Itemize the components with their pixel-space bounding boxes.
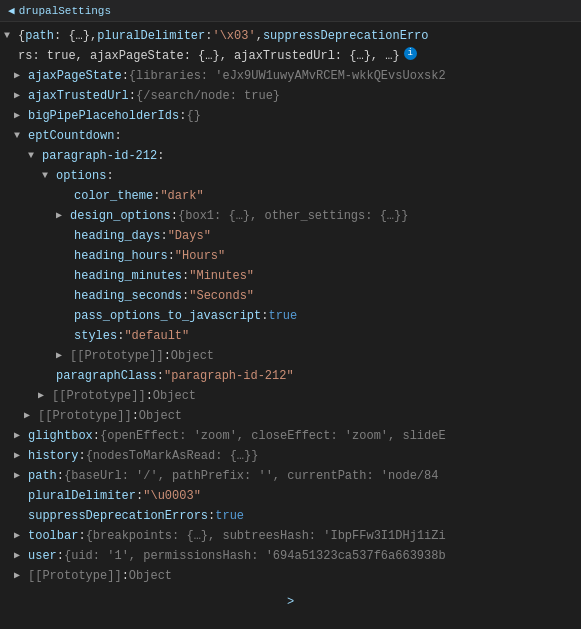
prototype-eptCountdown-arrow[interactable] <box>24 407 38 425</box>
options-arrow[interactable] <box>42 167 56 185</box>
tree-item-design-options[interactable]: design_options : {box1: {…}, other_setti… <box>0 206 581 226</box>
header-bar: ◀ drupalSettings <box>0 0 581 22</box>
eptCountdown-arrow[interactable] <box>14 127 28 145</box>
prototype-root-arrow[interactable] <box>14 567 28 585</box>
tree-item-toolbar[interactable]: toolbar : {breakpoints: {…}, subtreesHas… <box>0 526 581 546</box>
paragraph-arrow[interactable] <box>28 147 42 165</box>
root-arrow[interactable] <box>4 27 18 45</box>
prototype-paragraph-arrow[interactable] <box>38 387 52 405</box>
tree-item-prototype-paragraph[interactable]: [[Prototype]] : Object <box>0 386 581 406</box>
user-arrow[interactable] <box>14 547 28 565</box>
prototype-options-arrow[interactable] <box>56 347 70 365</box>
tree-item-prototype-options[interactable]: [[Prototype]] : Object <box>0 346 581 366</box>
tree-item-path[interactable]: path : {baseUrl: '/', pathPrefix: '', cu… <box>0 466 581 486</box>
toolbar-arrow[interactable] <box>14 527 28 545</box>
tree-item-suppressDeprecationErrors[interactable]: suppressDeprecationErrors : true <box>0 506 581 526</box>
glightbox-arrow[interactable] <box>14 427 28 445</box>
tree-item-heading-seconds[interactable]: heading_seconds : "Seconds" <box>0 286 581 306</box>
path-arrow[interactable] <box>14 467 28 485</box>
tree-item-heading-hours[interactable]: heading_hours : "Hours" <box>0 246 581 266</box>
header-title: drupalSettings <box>19 5 111 17</box>
tree-item-color-theme[interactable]: color_theme : "dark" <box>0 186 581 206</box>
devtools-panel: ◀ drupalSettings { path : {…}, pluralDel… <box>0 0 581 629</box>
design-options-arrow[interactable] <box>56 207 70 225</box>
tree-item-prototype-root[interactable]: [[Prototype]] : Object <box>0 566 581 586</box>
tree-item-history[interactable]: history : {nodesToMarkAsRead: {…}} <box>0 446 581 466</box>
tree-item-paragraphClass[interactable]: paragraphClass : "paragraph-id-212" <box>0 366 581 386</box>
root-line[interactable]: { path : {…}, pluralDelimiter : '\x03' ,… <box>0 26 581 46</box>
info-icon[interactable]: i <box>404 47 417 60</box>
tree-item-glightbox[interactable]: glightbox : {openEffect: 'zoom', closeEf… <box>0 426 581 446</box>
tree-item-paragraph[interactable]: paragraph-id-212 : <box>0 146 581 166</box>
tree-item-eptCountdown[interactable]: eptCountdown : <box>0 126 581 146</box>
tree-item-heading-minutes[interactable]: heading_minutes : "Minutes" <box>0 266 581 286</box>
collapse-icon[interactable]: ◀ <box>8 4 15 17</box>
console-prompt[interactable]: > <box>0 590 581 614</box>
tree-container: { path : {…}, pluralDelimiter : '\x03' ,… <box>0 22 581 590</box>
tree-item-options[interactable]: options : <box>0 166 581 186</box>
tree-item-styles[interactable]: styles : "default" <box>0 326 581 346</box>
tree-item-ajaxTrustedUrl[interactable]: ajaxTrustedUrl : {/search/node: true} <box>0 86 581 106</box>
tree-item-bigPipePlaceholderIds[interactable]: bigPipePlaceholderIds : {} <box>0 106 581 126</box>
prompt-arrow: > <box>287 592 294 612</box>
tree-item-pass-options[interactable]: pass_options_to_javascript : true <box>0 306 581 326</box>
history-arrow[interactable] <box>14 447 28 465</box>
ajaxPageState-arrow[interactable] <box>14 67 28 85</box>
root-line-2: rs: true, ajaxPageState: {…}, ajaxTruste… <box>0 46 581 66</box>
tree-item-pluralDelimiter[interactable]: pluralDelimiter : "\u0003" <box>0 486 581 506</box>
tree-item-heading-days[interactable]: heading_days : "Days" <box>0 226 581 246</box>
tree-item-prototype-eptCountdown[interactable]: [[Prototype]] : Object <box>0 406 581 426</box>
tree-item-user[interactable]: user : {uid: '1', permissionsHash: '694a… <box>0 546 581 566</box>
ajaxTrustedUrl-arrow[interactable] <box>14 87 28 105</box>
tree-item-ajaxPageState[interactable]: ajaxPageState : {libraries: 'eJx9UW1uwyA… <box>0 66 581 86</box>
bigPipePlaceholderIds-arrow[interactable] <box>14 107 28 125</box>
